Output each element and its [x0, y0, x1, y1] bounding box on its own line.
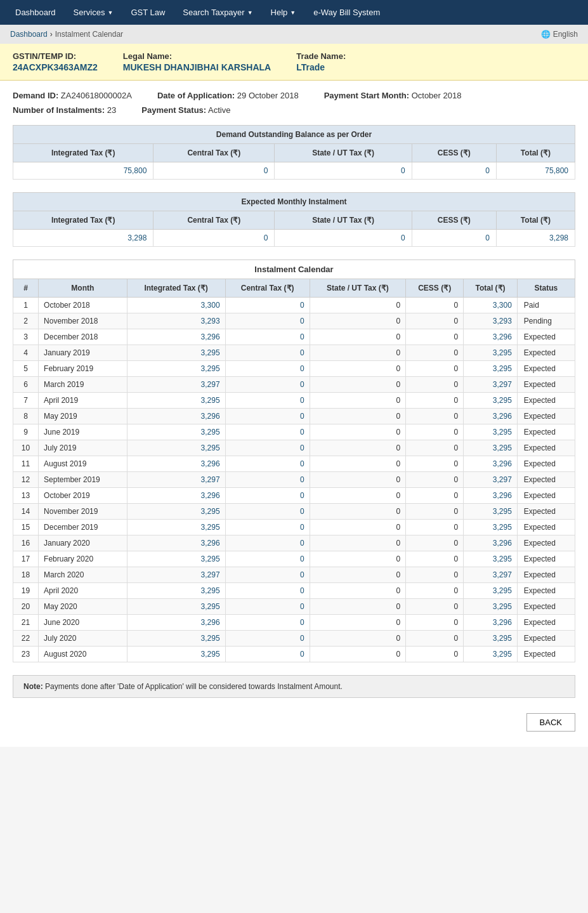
- help-dropdown-arrow: ▼: [290, 10, 296, 16]
- cal-cell-central: 0: [225, 488, 310, 504]
- cal-cell-status: Expected: [517, 393, 575, 409]
- cal-cell-central: 0: [225, 535, 310, 551]
- cal-cell-central: 0: [225, 472, 310, 488]
- cal-cell-num: 15: [13, 520, 39, 535]
- cal-cell-status: Expected: [517, 504, 575, 520]
- outstanding-col-central: Central Tax (₹): [154, 144, 275, 162]
- cal-cell-integrated: 3,295: [127, 361, 225, 377]
- cal-cell-num: 6: [13, 377, 39, 393]
- nav-eway-bill[interactable]: e-Way Bill System: [304, 0, 389, 25]
- expected-row: 3,298 0 0 0 3,298: [13, 230, 575, 247]
- cal-cell-integrated: 3,293: [127, 313, 225, 329]
- expected-cess: 0: [412, 230, 496, 247]
- navbar: Dashboard Services ▼ GST Law Search Taxp…: [0, 0, 588, 25]
- table-row: 12 September 2019 3,297 0 0 0 3,297 Expe…: [13, 472, 575, 488]
- nav-search-taxpayer-dropdown: Search Taxpayer ▼: [174, 0, 261, 25]
- cal-cell-total: 3,295: [464, 551, 518, 567]
- table-row: 3 December 2018 3,296 0 0 0 3,296 Expect…: [13, 329, 575, 345]
- demand-id: Demand ID: ZA240618000002A: [13, 91, 132, 100]
- cal-cell-status: Expected: [517, 615, 575, 631]
- cal-cell-cess: 0: [406, 551, 464, 567]
- expected-monthly-table: Expected Monthly Instalment Integrated T…: [13, 192, 575, 247]
- outstanding-table-title: Demand Outstanding Balance as per Order: [13, 126, 575, 144]
- outstanding-state: 0: [275, 162, 412, 180]
- cal-cell-status: Expected: [517, 488, 575, 504]
- table-row: 20 May 2020 3,295 0 0 0 3,295 Expected: [13, 599, 575, 615]
- cal-col-month: Month: [39, 279, 127, 298]
- cal-cell-cess: 0: [406, 440, 464, 456]
- legal-name-value: MUKESH DHANJIBHAI KARSHALA: [123, 62, 271, 72]
- back-button[interactable]: BACK: [526, 713, 575, 732]
- nav-services-dropdown: Services ▼: [65, 0, 122, 25]
- cal-cell-cess: 0: [406, 409, 464, 424]
- table-row: 16 January 2020 3,296 0 0 0 3,296 Expect…: [13, 535, 575, 551]
- cal-cell-central: 0: [225, 409, 310, 424]
- cal-cell-num: 13: [13, 488, 39, 504]
- table-row: 13 October 2019 3,296 0 0 0 3,296 Expect…: [13, 488, 575, 504]
- table-row: 10 July 2019 3,295 0 0 0 3,295 Expected: [13, 440, 575, 456]
- cal-cell-state: 0: [310, 583, 406, 599]
- cal-cell-integrated: 3,295: [127, 583, 225, 599]
- cal-cell-integrated: 3,296: [127, 615, 225, 631]
- cal-cell-cess: 0: [406, 615, 464, 631]
- cal-cell-status: Expected: [517, 647, 575, 662]
- breadcrumb-home[interactable]: Dashboard: [10, 30, 48, 39]
- cal-cell-total: 3,295: [464, 599, 518, 615]
- table-row: 22 July 2020 3,295 0 0 0 3,295 Expected: [13, 631, 575, 647]
- outstanding-row: 75,800 0 0 0 75,800: [13, 162, 575, 180]
- table-row: 15 December 2019 3,295 0 0 0 3,295 Expec…: [13, 520, 575, 535]
- trade-name-value: LTrade: [296, 62, 346, 72]
- cal-cell-status: Expected: [517, 440, 575, 456]
- search-taxpayer-dropdown-arrow: ▼: [247, 10, 253, 16]
- cal-cell-month: August 2020: [39, 647, 127, 662]
- expected-monthly-section: Expected Monthly Instalment Integrated T…: [13, 192, 575, 247]
- cal-cell-state: 0: [310, 361, 406, 377]
- cal-cell-total: 3,297: [464, 472, 518, 488]
- expected-col-state: State / UT Tax (₹): [275, 211, 412, 230]
- cal-cell-total: 3,293: [464, 313, 518, 329]
- cal-cell-total: 3,295: [464, 504, 518, 520]
- cal-cell-state: 0: [310, 377, 406, 393]
- table-row: 6 March 2019 3,297 0 0 0 3,297 Expected: [13, 377, 575, 393]
- nav-help[interactable]: Help ▼: [262, 0, 305, 25]
- cal-cell-cess: 0: [406, 520, 464, 535]
- expected-integrated: 3,298: [13, 230, 154, 247]
- cal-cell-month: June 2020: [39, 615, 127, 631]
- language-selector[interactable]: 🌐 English: [541, 30, 578, 39]
- cal-cell-central: 0: [225, 520, 310, 535]
- nav-gst-law[interactable]: GST Law: [122, 0, 174, 25]
- cal-cell-integrated: 3,295: [127, 440, 225, 456]
- payment-start-month: Payment Start Month: October 2018: [324, 91, 462, 100]
- cal-cell-central: 0: [225, 329, 310, 345]
- outstanding-col-cess: CESS (₹): [412, 144, 496, 162]
- table-row: 1 October 2018 3,300 0 0 0 3,300 Paid: [13, 298, 575, 313]
- globe-icon: 🌐: [541, 30, 551, 39]
- nav-services[interactable]: Services ▼: [65, 0, 122, 25]
- cal-cell-cess: 0: [406, 535, 464, 551]
- trade-name-field: Trade Name: LTrade: [296, 51, 346, 72]
- legal-name-field: Legal Name: MUKESH DHANJIBHAI KARSHALA: [123, 51, 271, 72]
- cal-cell-month: August 2019: [39, 456, 127, 472]
- cal-cell-cess: 0: [406, 583, 464, 599]
- cal-cell-num: 2: [13, 313, 39, 329]
- cal-cell-status: Expected: [517, 361, 575, 377]
- breadcrumb-separator: ›: [50, 30, 53, 39]
- cal-cell-status: Expected: [517, 599, 575, 615]
- cal-cell-cess: 0: [406, 298, 464, 313]
- cal-cell-total: 3,296: [464, 488, 518, 504]
- cal-cell-integrated: 3,295: [127, 551, 225, 567]
- cal-cell-month: October 2018: [39, 298, 127, 313]
- cal-cell-total: 3,296: [464, 409, 518, 424]
- cal-cell-state: 0: [310, 567, 406, 583]
- cal-cell-cess: 0: [406, 456, 464, 472]
- cal-cell-status: Expected: [517, 551, 575, 567]
- cal-cell-total: 3,297: [464, 567, 518, 583]
- cal-cell-state: 0: [310, 488, 406, 504]
- cal-col-state: State / UT Tax (₹): [310, 279, 406, 298]
- nav-dashboard[interactable]: Dashboard: [6, 0, 65, 25]
- cal-cell-num: 18: [13, 567, 39, 583]
- table-row: 2 November 2018 3,293 0 0 0 3,293 Pendin…: [13, 313, 575, 329]
- cal-cell-month: May 2019: [39, 409, 127, 424]
- outstanding-central: 0: [154, 162, 275, 180]
- nav-search-taxpayer[interactable]: Search Taxpayer ▼: [174, 0, 261, 25]
